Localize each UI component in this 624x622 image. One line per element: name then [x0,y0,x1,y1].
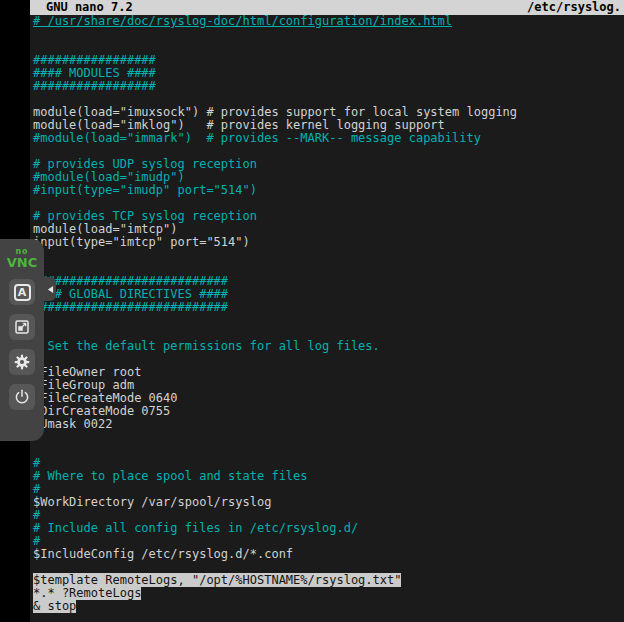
editor-line: & stop [33,600,624,613]
editor-line: input(type="imtcp" port="514") [33,236,624,249]
editor-line [33,28,624,41]
editor-line: #module(load="immark") # provides --MARK… [33,132,624,145]
fullscreen-icon [13,318,31,336]
nano-filename: /etc/rsyslog. [527,0,621,15]
editor-line: $Umask 0022 [33,418,624,431]
terminal-screen[interactable]: GNU nano 7.2 /etc/rsyslog. # /usr/share/… [30,0,624,622]
editor-line: # Include all config files in /etc/rsysl… [33,522,624,535]
editor-line: ################# [33,80,624,93]
editor-line: ########################### [33,301,624,314]
editor[interactable]: # /usr/share/doc/rsyslog-doc/html/config… [30,15,624,622]
power-icon [13,388,31,406]
editor-line: $DirCreateMode 0755 [33,405,624,418]
editor-line: $IncludeConfig /etc/rsyslog.d/*.conf [33,548,624,561]
vnc-viewport: GNU nano 7.2 /etc/rsyslog. # /usr/share/… [0,0,624,622]
editor-line: *.* ?RemoteLogs [33,587,624,600]
chevron-left-icon [47,285,54,294]
editor-line: $WorkDirectory /var/spool/rsyslog [33,496,624,509]
vnc-toolbar: no VNC A [0,239,44,441]
editor-line: # Set the default permissions for all lo… [33,340,624,353]
clipboard-button[interactable]: A [9,279,35,305]
settings-button[interactable] [9,349,35,375]
novnc-logo: no VNC [7,246,37,270]
editor-line: #input(type="imudp" port="514") [33,184,624,197]
disconnect-button[interactable] [9,384,35,410]
fullscreen-button[interactable] [9,314,35,340]
editor-line [33,444,624,457]
editor-line: # /usr/share/doc/rsyslog-doc/html/config… [33,15,624,28]
novnc-logo-vnc: VNC [7,256,37,269]
editor-line [33,431,624,444]
gear-icon [13,353,31,371]
editor-line [33,249,624,262]
editor-line [33,314,624,327]
vnc-buttons: A [9,279,35,410]
nano-titlebar: GNU nano 7.2 /etc/rsyslog. [30,0,624,15]
toolbar-collapse-handle[interactable] [44,277,56,301]
clipboard-icon: A [14,284,31,301]
editor-line: # Where to place spool and state files [33,470,624,483]
nano-version: GNU nano 7.2 [46,0,133,15]
